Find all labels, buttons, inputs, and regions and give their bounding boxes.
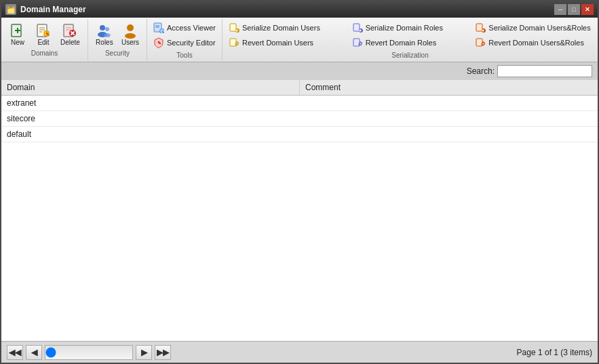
comment-column-header: Comment xyxy=(300,80,598,96)
last-page-button[interactable]: ▶▶ xyxy=(155,345,171,360)
domains-buttons: New ✎ Edit xyxy=(5,20,83,48)
first-page-button[interactable]: ◀◀ xyxy=(7,345,23,360)
serialize-domain-users-button[interactable]: Serialize Domain Users xyxy=(225,20,349,35)
delete-icon xyxy=(62,22,78,39)
serialize-both-icon xyxy=(475,22,486,33)
toolbar-group-serialization: Serialize Domain Users Serialize Domain … xyxy=(223,19,598,60)
svg-rect-31 xyxy=(353,24,360,31)
svg-rect-27 xyxy=(230,24,236,31)
security-group-label: Security xyxy=(92,49,142,58)
svg-point-19 xyxy=(127,24,134,31)
page-slider[interactable] xyxy=(45,345,133,360)
minimize-button[interactable]: ─ xyxy=(554,4,566,15)
serialize-domain-users-roles-button[interactable]: Serialize Domain Users&Roles xyxy=(471,20,595,35)
table-body: extranetsitecoredefault xyxy=(1,96,598,142)
delete-button[interactable]: Delete xyxy=(57,20,83,48)
pagination-bar: ◀◀ ◀ ▶ ▶▶ Page 1 of 1 (3 items) xyxy=(1,341,598,363)
serialize-roles-icon xyxy=(352,22,363,33)
tools-group-label: Tools xyxy=(150,52,219,60)
svg-point-18 xyxy=(104,33,111,37)
search-label: Search: xyxy=(467,66,495,76)
domain-table: Domain Comment extranetsitecoredefault xyxy=(1,80,598,142)
app-icon: 🗂️ xyxy=(5,4,16,15)
serialization-group-label: Serialization xyxy=(225,52,595,60)
roles-label: Roles xyxy=(96,39,113,46)
access-viewer-label: Access Viewer xyxy=(167,24,216,32)
new-icon xyxy=(9,22,26,39)
users-label: Users xyxy=(121,39,139,46)
svg-text:✎: ✎ xyxy=(45,32,50,37)
serialize-domain-roles-label: Serialize Domain Roles xyxy=(366,24,443,32)
access-viewer-button[interactable]: Access Viewer xyxy=(150,20,219,35)
revert-domain-users-roles-button[interactable]: Revert Domain Users&Roles xyxy=(471,35,595,50)
comment-cell xyxy=(300,111,598,127)
toolbar: New ✎ Edit xyxy=(1,18,598,62)
domain-cell: sitecore xyxy=(1,111,300,127)
main-window: 🗂️ Domain Manager ─ □ ✕ xyxy=(0,0,599,364)
security-editor-label: Security Editor xyxy=(167,39,216,47)
roles-button[interactable]: Roles xyxy=(92,20,117,48)
search-bar: Search: xyxy=(1,62,598,80)
access-viewer-icon xyxy=(153,22,164,33)
new-button[interactable]: New xyxy=(5,20,30,48)
revert-domain-roles-label: Revert Domain Roles xyxy=(366,39,437,47)
table-row[interactable]: extranet xyxy=(1,96,598,111)
edit-button[interactable]: ✎ Edit xyxy=(31,20,56,48)
serialization-grid: Serialize Domain Users Serialize Domain … xyxy=(225,20,595,50)
revert-domain-users-label: Revert Domain Users xyxy=(242,39,313,47)
table-header: Domain Comment xyxy=(1,80,598,96)
next-page-button[interactable]: ▶ xyxy=(136,345,152,360)
new-label: New xyxy=(11,39,24,46)
header-row: Domain Comment xyxy=(1,80,598,96)
svg-point-20 xyxy=(125,33,136,39)
svg-point-15 xyxy=(100,25,105,31)
table-row[interactable]: sitecore xyxy=(1,111,598,127)
serialize-users-icon xyxy=(229,22,239,33)
security-editor-button[interactable]: ✎ Security Editor xyxy=(150,35,219,50)
svg-point-16 xyxy=(105,27,109,31)
svg-rect-35 xyxy=(476,24,482,31)
svg-text:✎: ✎ xyxy=(157,41,161,45)
domain-cell: extranet xyxy=(1,96,300,111)
search-input[interactable] xyxy=(497,65,592,77)
svg-rect-39 xyxy=(230,39,236,46)
edit-label: Edit xyxy=(37,39,49,46)
edit-icon: ✎ xyxy=(35,22,52,39)
pagination-controls: ◀◀ ◀ ▶ ▶▶ xyxy=(7,345,171,360)
table-row[interactable]: default xyxy=(1,127,598,142)
pagination-info: Page 1 of 1 (3 items) xyxy=(517,348,592,357)
roles-icon xyxy=(96,22,113,39)
table-container: Domain Comment extranetsitecoredefault xyxy=(1,80,598,341)
delete-label: Delete xyxy=(60,39,80,46)
revert-domain-roles-button[interactable]: Revert Domain Roles xyxy=(349,35,472,50)
title-bar: 🗂️ Domain Manager ─ □ ✕ xyxy=(1,1,598,18)
toolbar-group-tools: Access Viewer ✎ Security Editor Tools xyxy=(147,19,223,60)
users-button[interactable]: Users xyxy=(118,20,142,48)
security-editor-icon: ✎ xyxy=(153,37,164,48)
maximize-button[interactable]: □ xyxy=(568,4,580,15)
revert-domain-users-roles-label: Revert Domain Users&Roles xyxy=(488,39,584,47)
domains-group-label: Domains xyxy=(5,49,83,58)
comment-cell xyxy=(300,127,598,142)
revert-both-icon xyxy=(475,37,486,48)
security-buttons: Roles Users xyxy=(92,20,142,48)
domain-column-header: Domain xyxy=(1,80,300,96)
users-icon xyxy=(122,22,138,39)
toolbar-group-security: Roles Users Security xyxy=(88,19,147,60)
comment-cell xyxy=(300,96,598,111)
serialize-domain-users-label: Serialize Domain Users xyxy=(242,24,320,32)
toolbar-group-domains: New ✎ Edit xyxy=(1,19,88,60)
title-controls: ─ □ ✕ xyxy=(554,4,594,15)
title-bar-left: 🗂️ Domain Manager xyxy=(5,4,86,15)
serialize-domain-users-roles-label: Serialize Domain Users&Roles xyxy=(488,24,590,32)
window-title: Domain Manager xyxy=(20,5,86,14)
close-button[interactable]: ✕ xyxy=(581,4,594,15)
prev-page-button[interactable]: ◀ xyxy=(26,345,42,360)
domain-cell: default xyxy=(1,127,300,142)
revert-users-icon xyxy=(229,37,239,48)
revert-domain-users-button[interactable]: Revert Domain Users xyxy=(225,35,349,50)
serialize-domain-roles-button[interactable]: Serialize Domain Roles xyxy=(349,20,472,35)
revert-roles-icon xyxy=(352,37,363,48)
